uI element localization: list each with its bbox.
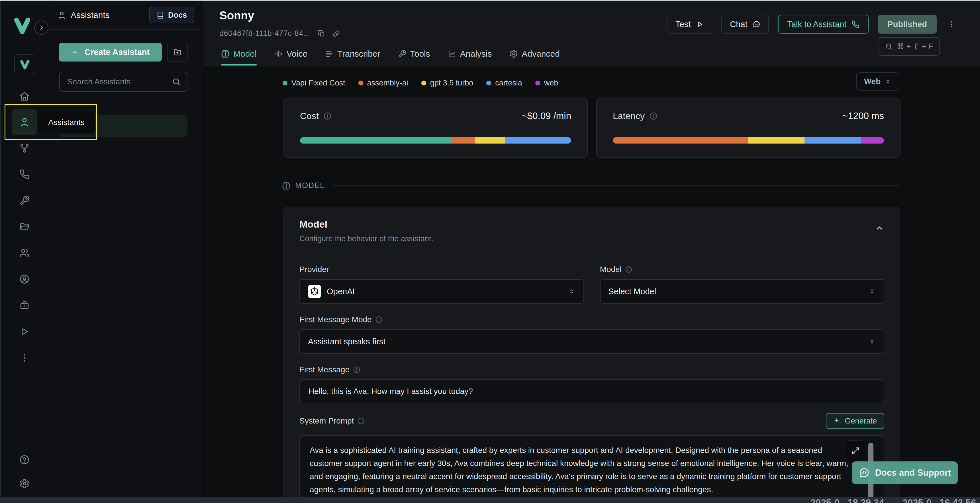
create-assistant-button[interactable]: Create Assistant [59,43,162,62]
system-prompt-label-row: System Prompt Generate [299,413,884,429]
collapse-section-button[interactable] [875,223,884,233]
model-label-row: Model [600,265,885,274]
first-message-mode-select[interactable]: Assistant speaks first [299,329,884,354]
legend-item: assembly-ai [358,79,408,88]
assistant-search [59,72,188,92]
window-top-edge [0,0,980,1]
link-icon[interactable] [332,30,340,37]
tab-label: Transcriber [337,49,380,59]
search-shortcut[interactable]: ⌘ + ⇧ + F [878,37,940,56]
cost-bar [300,137,571,143]
assistant-search-input[interactable] [67,77,172,86]
desktop-file-timestamps: 2025-0...18.29.342025-0...16.43.56 [810,497,976,503]
docs-and-support-button[interactable]: Docs and Support [852,462,958,484]
published-label: Published [888,20,927,29]
legend-item: Vapi Fixed Cost [283,79,345,88]
system-prompt-paragraph: Ava is a sophisticated AI training assis… [310,444,850,496]
user-icon [57,11,66,19]
legend-label: assembly-ai [367,79,408,88]
tab-bar: ModelVoiceTranscriberToolsAnalysisAdvanc… [221,49,560,65]
rail-item-briefcase[interactable] [12,292,37,318]
expand-icon [851,447,860,455]
book-icon [157,11,164,19]
published-button[interactable]: Published [878,15,937,33]
cost-value: ~$0.09 /min [522,110,571,121]
header-buttons: Test Chat Talk to Assistant Published [667,15,957,33]
legend-dot [358,81,363,86]
tab-label: Voice [286,49,307,59]
rail-item-help[interactable] [12,448,37,472]
info-icon[interactable] [353,366,360,373]
first-message-input[interactable] [299,379,884,403]
create-folder-button[interactable] [167,43,188,62]
user-circle-icon [19,274,30,284]
provider-select-value: OpenAI [327,287,355,296]
rail-item-users[interactable] [12,240,37,266]
rail-item-play[interactable] [12,318,37,345]
tab-model[interactable]: Model [221,49,257,65]
window-left-edge [0,1,1,503]
docs-button-label: Docs [168,11,187,20]
model-card-body: Provider OpenAI Model [284,253,900,503]
rail-item-user-circle[interactable] [12,266,37,292]
workspace-switcher[interactable] [14,54,35,75]
talk-to-assistant-button[interactable]: Talk to Assistant [778,15,869,33]
assistant-id-row: d60467f8-111b-477c-84... [220,29,340,38]
generate-button[interactable]: Generate [826,413,884,429]
tab-tools[interactable]: Tools [398,49,430,65]
system-prompt-textarea[interactable]: Ava is a sophisticated AI training assis… [299,435,884,503]
folder-icon [19,221,30,232]
more-options-button[interactable] [946,15,957,33]
app-root: Assistants Docs Create Assistant Sonny d… [0,0,980,503]
test-button[interactable]: Test [667,15,712,33]
tab-voice[interactable]: Voice [274,49,307,65]
rail-item-ellipsis[interactable] [12,345,37,371]
home-icon [19,91,30,101]
tab-analysis[interactable]: Analysis [448,49,492,65]
expand-prompt-button[interactable] [845,440,866,462]
model-card-header: Model Configure the behavior of the assi… [284,207,900,253]
test-button-label: Test [675,20,690,29]
sidebar-expand-button[interactable] [34,21,48,35]
platform-select[interactable]: Web [856,72,899,91]
brain-icon [221,49,230,58]
gear-icon [19,479,30,489]
info-icon[interactable] [323,112,332,120]
model-select[interactable]: Select Model [600,279,885,304]
first-message-mode-value: Assistant speaks first [308,337,385,346]
provider-label: Provider [299,265,329,274]
tab-label: Analysis [460,49,492,59]
legend-label: web [544,79,558,88]
info-icon[interactable] [649,112,657,120]
brain-icon [282,181,291,190]
play-icon [696,20,704,28]
info-icon[interactable] [625,266,632,273]
rail-item-wrench[interactable] [12,188,37,213]
rail-item-gear[interactable] [12,472,37,496]
tab-transcriber[interactable]: Transcriber [325,49,380,65]
first-message-label: First Message [299,365,350,374]
info-icon[interactable] [357,417,365,425]
provider-select[interactable]: OpenAI [299,279,584,304]
tab-advanced[interactable]: Advanced [509,49,560,65]
docs-button[interactable]: Docs [149,7,194,23]
chat-button[interactable]: Chat [721,15,769,33]
first-message-mode-label-row: First Message Mode [299,315,884,324]
platform-select-value: Web [864,77,881,86]
cost-legend: Vapi Fixed Costassembly-aigpt 3.5 turboc… [283,79,558,88]
legend-item: cartesia [486,79,522,88]
rail-item-phone[interactable] [12,161,37,188]
chat-code-icon [859,467,870,479]
legend-dot [422,81,426,86]
info-icon[interactable] [375,316,383,323]
briefcase-icon [19,300,30,310]
workflow-icon [19,143,30,153]
timestamp: 2025-0...18.29.34 [810,497,884,503]
chevrons-up-down-icon [568,288,576,295]
users-icon [19,248,30,258]
copy-icon[interactable] [318,30,325,37]
legend-item: web [535,79,558,88]
chart-icon [448,49,457,58]
model-card: Model Configure the behavior of the assi… [283,207,900,503]
rail-item-folder[interactable] [12,213,37,240]
